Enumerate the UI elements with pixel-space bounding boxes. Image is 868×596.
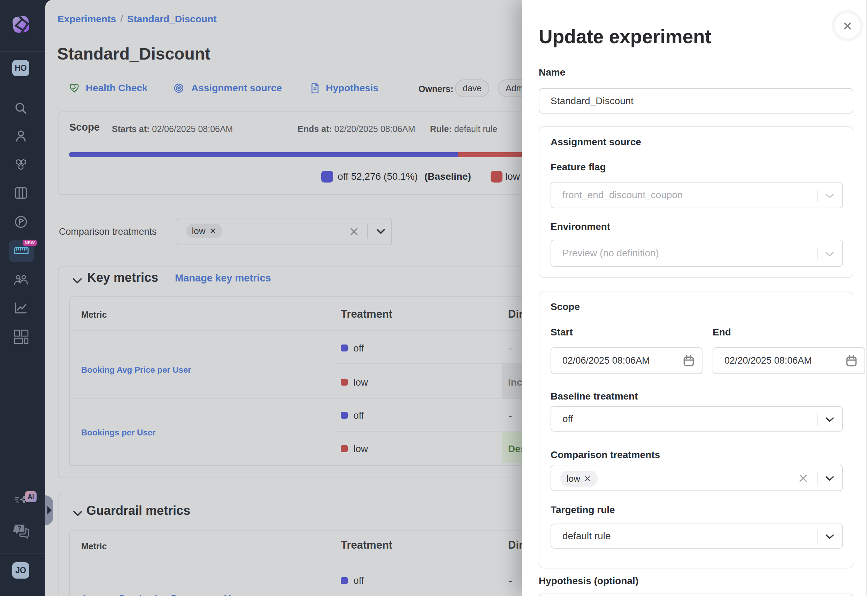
svg-text:?: ?: [18, 525, 22, 532]
